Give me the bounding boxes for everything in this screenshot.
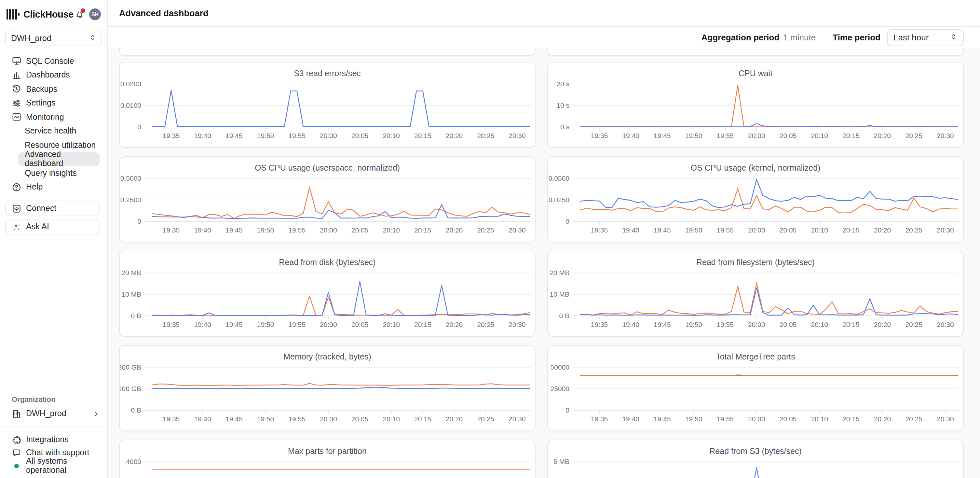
- sidebar-item-advanced-dashboard[interactable]: Advanced dashboard: [18, 152, 100, 166]
- chart-card[interactable]: OS CPU usage (userspace, normalized)0.50…: [119, 156, 536, 242]
- y-axis-tick-label: 0 B: [131, 312, 141, 319]
- x-axis-tick-label: 20:30: [937, 132, 954, 139]
- y-axis-tick-label: 5 MB: [554, 458, 570, 465]
- series-line-orange: [581, 283, 958, 315]
- x-axis-tick-label: 20:05: [352, 226, 369, 234]
- x-axis-tick-label: 20:20: [446, 132, 463, 139]
- x-axis-tick-label: 19:45: [654, 415, 671, 423]
- x-axis-tick-label: 20:10: [811, 321, 828, 328]
- x-axis-tick-label: 19:40: [194, 415, 211, 423]
- chart-card[interactable]: CPU wait20 s10 s0 s19:3519:4019:4519:501…: [547, 62, 964, 148]
- notifications-bell-icon[interactable]: [75, 10, 84, 19]
- y-axis-tick-label: 0.0500: [549, 175, 570, 182]
- x-axis-tick-label: 20:15: [414, 415, 431, 423]
- sidebar-item-service-health[interactable]: Service health: [18, 124, 100, 138]
- chart-card[interactable]: S3 read errors/sec0.02000.0100019:3519:4…: [119, 62, 536, 148]
- chart-card[interactable]: Total MergeTree parts5000025000019:3519:…: [547, 345, 964, 431]
- y-axis-tick-label: 200 GB: [120, 363, 141, 371]
- sidebar-item-label: Help: [26, 183, 43, 192]
- chart-card[interactable]: Read from filesystem (bytes/sec)20 MB10 …: [547, 251, 964, 337]
- sidebar-item-monitoring[interactable]: Monitoring: [5, 110, 100, 124]
- series-line-blue: [152, 205, 530, 219]
- x-axis-tick-label: 19:40: [194, 321, 211, 328]
- chevron-right-icon: [94, 411, 98, 416]
- x-axis-tick-label: 20:05: [780, 132, 797, 139]
- x-axis-tick-label: 19:45: [226, 321, 243, 328]
- x-axis-tick-label: 20:00: [748, 415, 765, 423]
- x-axis-tick-label: 20:25: [477, 132, 494, 139]
- y-axis-tick-label: 0: [137, 123, 141, 131]
- ask-ai-button[interactable]: Ask AI: [5, 219, 100, 234]
- x-axis-tick-label: 19:35: [591, 321, 608, 328]
- sidebar: ClickHouse SH DWH_prod SQL Console: [0, 0, 108, 478]
- x-axis-tick-label: 20:15: [842, 132, 860, 139]
- connect-label: Connect: [26, 204, 56, 213]
- main-header: Advanced dashboard: [108, 0, 980, 27]
- monitoring-icon: [12, 112, 21, 122]
- x-axis-tick-label: 20:15: [414, 132, 431, 139]
- sidebar-item-sql-console[interactable]: SQL Console: [5, 54, 100, 68]
- x-axis-tick-label: 19:40: [622, 415, 640, 423]
- x-axis-tick-label: 19:40: [194, 132, 211, 139]
- chart-card[interactable]: Max parts for partition40002000019:3519:…: [119, 440, 536, 478]
- x-axis-tick-label: 20:25: [477, 415, 494, 423]
- x-axis-tick-label: 20:20: [446, 226, 463, 234]
- sidebar-item-label: Advanced dashboard: [25, 150, 100, 168]
- sidebar-item-label: Backups: [26, 84, 57, 94]
- sidebar-item-dashboards[interactable]: Dashboards: [5, 68, 100, 82]
- series-line-blue: [152, 387, 530, 388]
- integrations-item[interactable]: Integrations: [0, 433, 107, 446]
- y-axis-tick-label: 0.0100: [120, 102, 141, 109]
- y-axis-tick-label: 0.2500: [120, 196, 141, 204]
- chart-card[interactable]: Memory (tracked, bytes)200 GB100 GB0 B19…: [119, 345, 536, 431]
- chart-card[interactable]: OS CPU usage (kernel, normalized)0.05000…: [547, 156, 964, 242]
- x-axis-tick-label: 19:50: [685, 226, 702, 234]
- service-selector[interactable]: DWH_prod: [5, 30, 102, 46]
- clickhouse-logo-icon[interactable]: [6, 9, 19, 19]
- x-axis-tick-label: 20:05: [780, 226, 797, 234]
- y-axis-tick-label: 20 MB: [121, 269, 141, 276]
- x-axis-tick-label: 20:00: [320, 415, 337, 423]
- x-axis-tick-label: 20:30: [937, 226, 954, 234]
- avatar[interactable]: SH: [89, 8, 101, 20]
- chart-title: S3 read errors/sec: [294, 69, 361, 78]
- y-axis-tick-label: 0 B: [559, 312, 570, 319]
- chart-title: Total MergeTree parts: [716, 352, 795, 361]
- chart-card[interactable]: Read from S3 (bytes/sec)5 MB2.5 MB0 B19:…: [547, 440, 964, 478]
- y-axis-tick-label: 0: [565, 218, 570, 225]
- service-selector-value: DWH_prod: [11, 34, 51, 43]
- ask-ai-label: Ask AI: [26, 222, 49, 231]
- x-axis-tick-label: 20:15: [842, 226, 860, 234]
- x-axis-tick-label: 19:55: [716, 132, 734, 139]
- x-axis-tick-label: 19:55: [288, 321, 305, 328]
- x-axis-tick-label: 20:00: [748, 132, 765, 139]
- settings-sliders-icon: [12, 98, 21, 108]
- chart-card[interactable]: Read from disk (bytes/sec)20 MB10 MB0 B1…: [119, 251, 536, 337]
- sparkles-icon: [12, 222, 21, 231]
- x-axis-tick-label: 19:55: [288, 415, 305, 423]
- time-period-select[interactable]: Last hour: [887, 29, 964, 46]
- connect-button[interactable]: Connect: [5, 201, 100, 216]
- organization-item[interactable]: DWH_prod: [0, 406, 107, 421]
- x-axis-tick-label: 19:35: [591, 415, 608, 423]
- y-axis-tick-label: 0.0200: [120, 80, 141, 88]
- x-axis-tick-label: 20:25: [905, 415, 923, 423]
- chart-title: Read from disk (bytes/sec): [279, 258, 375, 267]
- system-status-item[interactable]: All systems operational: [0, 459, 107, 472]
- x-axis-tick-label: 19:45: [654, 132, 671, 139]
- x-axis-tick-label: 19:50: [257, 321, 274, 328]
- sidebar-item-settings[interactable]: Settings: [5, 96, 100, 110]
- sidebar-item-backups[interactable]: Backups: [5, 82, 100, 96]
- notification-dot: [80, 8, 86, 13]
- y-axis-tick-label: 0: [565, 406, 570, 414]
- sidebar-item-help[interactable]: Help: [5, 180, 100, 194]
- chart-grid: S3 read errors/sec0.02000.0100019:3519:4…: [119, 62, 964, 478]
- x-axis-tick-label: 19:50: [685, 132, 702, 139]
- x-axis-tick-label: 19:40: [194, 226, 211, 234]
- y-axis-tick-label: 100 GB: [120, 385, 141, 392]
- y-axis-tick-label: 0 s: [560, 123, 570, 131]
- x-axis-tick-label: 20:30: [509, 132, 526, 139]
- chat-bubble-icon: [12, 448, 21, 457]
- series-line-blue: [152, 91, 530, 127]
- sidebar-item-label: Monitoring: [26, 113, 64, 122]
